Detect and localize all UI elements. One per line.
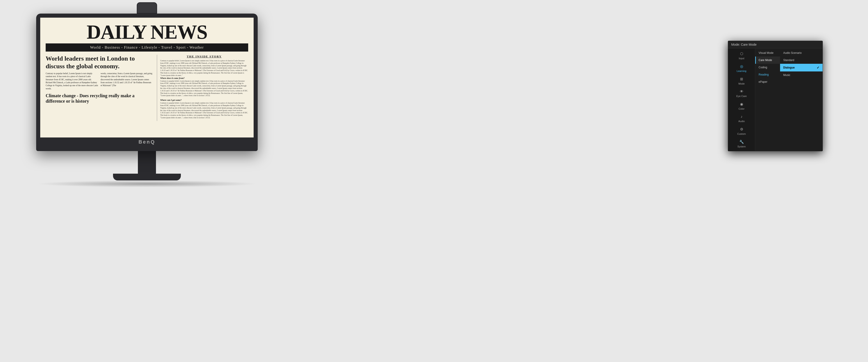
osd-nav-custom[interactable]: ⚙ Custom [728, 125, 755, 138]
article-text-right: words, consectetur, from a Lorem Ipsum p… [101, 72, 153, 90]
osd-mid-epaper[interactable]: ePaper [755, 78, 780, 86]
headline-main: World leaders meet in London to discuss … [46, 55, 153, 70]
monitor-screen: DAILY NEWS World - Business - Finance - … [40, 18, 254, 138]
inside-block-1: Where does it come from? Contrary to pop… [160, 77, 248, 97]
audio-icon: ♪ [741, 115, 743, 119]
epaper-label: ePaper [758, 80, 767, 84]
osd-nav-audio-label: Audio [738, 120, 745, 123]
music-label: Music [783, 73, 790, 77]
audio-scenario-label: Audio Scenario [783, 51, 802, 55]
visual-mode-label: Visual Mode [758, 51, 774, 55]
osd-nav-input[interactable]: ⬡ Input [728, 49, 755, 62]
color-icon: ◉ [740, 102, 743, 106]
dialogue-label: Dialogue [783, 66, 795, 69]
osd-mid-care-mode[interactable]: Care Mode [755, 57, 780, 64]
osd-nav-system-label: System [737, 145, 746, 148]
monitor-stand-neck [138, 151, 156, 174]
osd-nav-input-label: Input [739, 57, 744, 60]
newspaper-col-left: World leaders meet in London to discuss … [46, 55, 153, 121]
osd-right-music[interactable]: Music [780, 71, 823, 79]
inside-text-3: Contrary to popular belief, Lorem Ipsum … [160, 102, 248, 119]
newspaper-col-right: THE INSIDE STORY Contrary to popular bel… [157, 55, 248, 121]
osd-nav-color-label: Color [739, 108, 744, 110]
headline-secondary: Climate change - Does recycling really m… [46, 93, 153, 104]
osd-nav-learning-label: Learning [737, 70, 746, 72]
osd-nav-mode-label: Mode [739, 82, 745, 85]
monitor-stand-base [113, 174, 181, 180]
osd-nav-system[interactable]: 🔧 System [728, 138, 755, 150]
osd-nav: ⬡ Input ◎ Learning ⊞ Mode 👁 Eye Care ◉ C… [728, 49, 755, 151]
osd-nav-custom-label: Custom [737, 132, 746, 135]
monitor-bottom-frame [40, 147, 254, 151]
inside-text-1: Contrary to popular belief, Lorem Ipsum … [160, 60, 248, 77]
mode-icon: ⊞ [740, 77, 743, 81]
monitor-outer: DAILY NEWS World - Business - Finance - … [36, 13, 258, 151]
osd-mid-visual-mode[interactable]: Visual Mode [755, 49, 780, 57]
osd-nav-eye-care[interactable]: 👁 Eye Care [728, 87, 755, 100]
newspaper-title: DAILY NEWS [46, 22, 248, 42]
inside-text-2: Contrary to popular belief, Lorem Ipsum … [160, 80, 248, 97]
monitor: DAILY NEWS World - Business - Finance - … [36, 13, 258, 187]
reading-label: Reading [758, 73, 769, 76]
osd-right-standard[interactable]: Standard [780, 57, 823, 64]
coding-label: Coding [758, 66, 767, 69]
newspaper-columns: World leaders meet in London to discuss … [46, 55, 248, 121]
newspaper-nav: World - Business - Finance - Lifestyle -… [46, 43, 248, 52]
input-icon: ⬡ [740, 52, 743, 56]
inside-q1: Where does it come from? [160, 77, 248, 79]
monitor-table-shadow [36, 180, 258, 187]
care-mode-label: Care Mode [758, 59, 772, 62]
osd-nav-eye-care-label: Eye Care [737, 95, 747, 97]
osd-mid-panel: Visual Mode Care Mode Coding Reading ePa… [755, 49, 780, 151]
monitor-brand: BenQ [40, 138, 254, 147]
inside-block-2: Where can I get some? Contrary to popula… [160, 99, 248, 119]
eye-care-icon: 👁 [740, 90, 743, 94]
inside-q2: Where can I get some? [160, 99, 248, 101]
osd-right-audio-scenario[interactable]: Audio Scenario [780, 49, 823, 57]
system-icon: 🔧 [739, 140, 744, 144]
osd-right-panel: Audio Scenario Standard Dialogue ✓ Music [780, 49, 823, 151]
custom-icon: ⚙ [740, 127, 743, 131]
article-cols: Contrary to popular belief, Lorem Ipsum … [46, 72, 153, 90]
osd-nav-color[interactable]: ◉ Color [728, 100, 755, 112]
osd-mid-reading[interactable]: Reading [755, 71, 780, 78]
check-icon: ✓ [817, 66, 819, 69]
inside-story-title: THE INSIDE STORY [160, 55, 248, 58]
learning-icon: ◎ [740, 64, 743, 68]
osd-mid-coding[interactable]: Coding [755, 64, 780, 71]
osd-menu: Mode: Care Mode ⬡ Input ◎ Learning ⊞ Mod… [728, 41, 823, 151]
osd-title-bar: Mode: Care Mode [728, 41, 823, 49]
newspaper-content: DAILY NEWS World - Business - Finance - … [40, 18, 254, 138]
osd-nav-audio[interactable]: ♪ Audio [728, 112, 755, 125]
osd-right-dialogue[interactable]: Dialogue ✓ [780, 64, 823, 71]
monitor-handle [137, 2, 157, 13]
article-text-left: Contrary to popular belief, Lorem Ipsum … [46, 72, 98, 90]
osd-body: ⬡ Input ◎ Learning ⊞ Mode 👁 Eye Care ◉ C… [728, 49, 823, 151]
standard-label: Standard [783, 59, 794, 62]
osd-nav-mode[interactable]: ⊞ Mode [728, 74, 755, 87]
osd-nav-learning[interactable]: ◎ Learning [728, 62, 755, 74]
